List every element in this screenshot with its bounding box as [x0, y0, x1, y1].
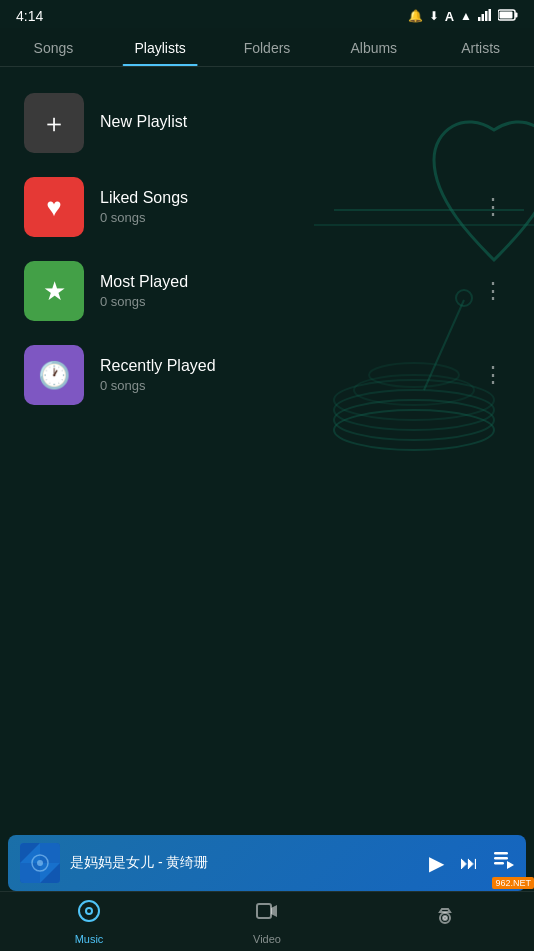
next-button[interactable]: ⏭: [460, 853, 478, 874]
liked-songs-count: 0 songs: [100, 210, 474, 225]
tab-playlists[interactable]: Playlists: [107, 28, 214, 66]
svg-rect-25: [494, 857, 508, 860]
text-icon: A: [445, 9, 454, 24]
svg-rect-13: [489, 9, 492, 21]
wifi-icon: ▲: [460, 9, 472, 23]
signal-icon: [478, 9, 492, 24]
star-icon: ★: [43, 276, 66, 307]
liked-songs-name: Liked Songs: [100, 189, 474, 207]
status-bar: 4:14 🔔 ⬇ A ▲: [0, 0, 534, 28]
recently-played-info: Recently Played 0 songs: [100, 357, 474, 393]
liked-songs-more-button[interactable]: ⋮: [474, 190, 510, 224]
music-icon: [77, 899, 101, 929]
svg-rect-10: [478, 17, 481, 21]
status-icons: 🔔 ⬇ A ▲: [408, 9, 518, 24]
extra-icon: [433, 905, 457, 935]
recently-played-count: 0 songs: [100, 378, 474, 393]
most-played-count: 0 songs: [100, 294, 474, 309]
heart-icon: ♥: [46, 192, 61, 223]
plus-icon: ＋: [41, 106, 67, 141]
liked-songs-icon-bg: ♥: [24, 177, 84, 237]
tab-bar: Songs Playlists Folders Albums Artists: [0, 28, 534, 67]
svg-rect-11: [482, 14, 485, 21]
notification-icon: 🔔: [408, 9, 423, 23]
album-art: [20, 843, 60, 883]
svg-rect-26: [494, 862, 504, 865]
svg-rect-12: [485, 11, 488, 21]
nav-extra[interactable]: [356, 892, 534, 951]
list-item[interactable]: ♥ Liked Songs 0 songs ⋮: [16, 167, 518, 247]
new-playlist-name: New Playlist: [100, 113, 510, 131]
status-time: 4:14: [16, 8, 43, 24]
most-played-more-button[interactable]: ⋮: [474, 274, 510, 308]
nav-video-label: Video: [253, 933, 281, 945]
svg-marker-27: [507, 861, 514, 869]
playlist-list: ＋ New Playlist ♥ Liked Songs 0 songs ⋮ ★…: [0, 67, 534, 431]
nav-video[interactable]: Video: [178, 892, 356, 951]
tab-albums[interactable]: Albums: [320, 28, 427, 66]
svg-rect-31: [257, 904, 271, 918]
svg-point-30: [87, 909, 91, 913]
new-playlist-info: New Playlist: [100, 113, 510, 134]
liked-songs-info: Liked Songs 0 songs: [100, 189, 474, 225]
recently-played-more-button[interactable]: ⋮: [474, 358, 510, 392]
svg-rect-16: [515, 12, 518, 17]
list-item[interactable]: 🕐 Recently Played 0 songs ⋮: [16, 335, 518, 415]
nav-music[interactable]: Music: [0, 892, 178, 951]
tab-folders[interactable]: Folders: [214, 28, 321, 66]
list-item[interactable]: ＋ New Playlist: [16, 83, 518, 163]
svg-point-34: [443, 916, 447, 920]
now-playing-thumbnail: [20, 843, 60, 883]
most-played-icon-bg: ★: [24, 261, 84, 321]
queue-button[interactable]: [494, 852, 514, 875]
video-icon: [255, 899, 279, 929]
most-played-name: Most Played: [100, 273, 474, 291]
download-icon: ⬇: [429, 9, 439, 23]
tab-songs[interactable]: Songs: [0, 28, 107, 66]
most-played-info: Most Played 0 songs: [100, 273, 474, 309]
nav-music-label: Music: [75, 933, 104, 945]
now-playing-bar: 是妈妈是女儿 - 黄绮珊 ▶ ⏭: [8, 835, 526, 891]
clock-icon: 🕐: [38, 360, 70, 391]
tab-artists[interactable]: Artists: [427, 28, 534, 66]
svg-rect-15: [500, 11, 513, 18]
recently-played-name: Recently Played: [100, 357, 474, 375]
bottom-nav: Music Video: [0, 891, 534, 951]
svg-rect-24: [494, 852, 508, 855]
now-playing-title: 是妈妈是女儿 - 黄绮珊: [70, 854, 419, 872]
list-item[interactable]: ★ Most Played 0 songs ⋮: [16, 251, 518, 331]
new-playlist-icon: ＋: [24, 93, 84, 153]
now-playing-controls: ▶ ⏭: [429, 851, 514, 875]
svg-point-23: [37, 860, 43, 866]
play-button[interactable]: ▶: [429, 851, 444, 875]
watermark: 962.NET: [492, 877, 534, 889]
battery-icon: [498, 9, 518, 24]
recently-played-icon-bg: 🕐: [24, 345, 84, 405]
